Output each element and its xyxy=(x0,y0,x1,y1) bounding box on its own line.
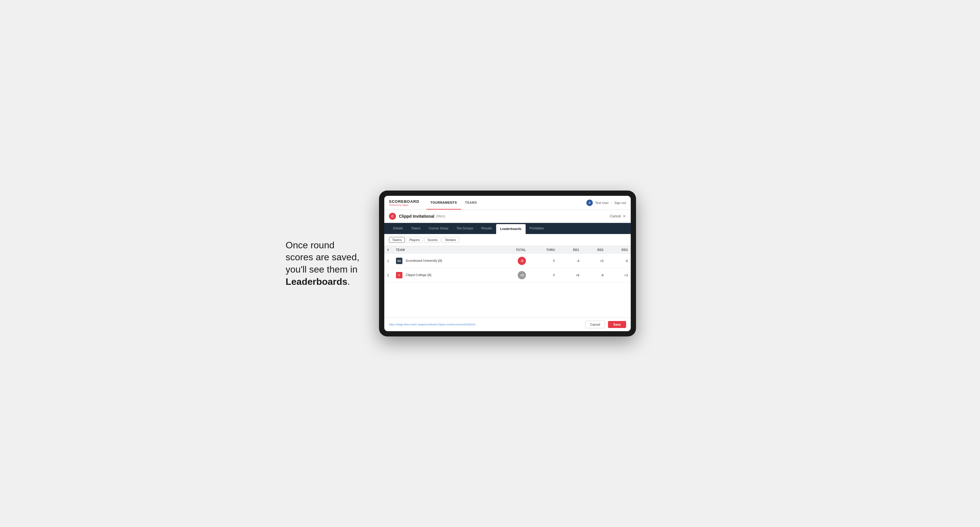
user-name: Test User xyxy=(595,201,609,205)
thru-cell-2: F xyxy=(529,268,558,283)
close-icon[interactable]: ✕ xyxy=(622,214,626,219)
tab-teams[interactable]: Teams xyxy=(407,223,425,234)
tablet-device: SCOREBOARD Powered by clippd TOURNAMENTS… xyxy=(379,190,636,337)
nav-right: S Test User | Sign out xyxy=(586,200,626,206)
rd2-cell-2: -8 xyxy=(582,268,606,283)
sidebar-text-bold: Leaderboards xyxy=(286,276,347,287)
filter-bar: Teams Players Scores Strokes xyxy=(384,234,631,246)
col-total: TOTAL xyxy=(497,246,529,254)
rd3-cell-2: +3 xyxy=(606,268,631,283)
table-header-row: # TEAM TOTAL THRU RD1 RD2 RD3 xyxy=(384,246,631,254)
total-cell-2: +3 xyxy=(497,268,529,283)
team-name-2: Clippd College [A] xyxy=(406,273,431,277)
col-rd2: RD2 xyxy=(582,246,606,254)
rd1-cell-2: +8 xyxy=(558,268,582,283)
user-avatar: S xyxy=(586,200,593,206)
table-row: 1 SU Scoreboard University [A] -5 F -4 +… xyxy=(384,254,631,268)
tournament-header: C Clippd Invitational (Men) Cancel ✕ xyxy=(384,210,631,223)
rank-2: 2 xyxy=(384,268,393,283)
leaderboard-table: # TEAM TOTAL THRU RD1 RD2 RD3 1 xyxy=(384,246,631,283)
table-header: # TEAM TOTAL THRU RD1 RD2 RD3 xyxy=(384,246,631,254)
score-badge-1: -5 xyxy=(518,257,526,265)
sidebar-text-part1: Once round scores are saved, you'll see … xyxy=(286,240,360,275)
rank-1: 1 xyxy=(384,254,393,268)
rd3-cell-1: -6 xyxy=(606,254,631,268)
top-navigation: SCOREBOARD Powered by clippd TOURNAMENTS… xyxy=(384,196,631,210)
team-logo-1: SU xyxy=(396,258,402,264)
content-spacer xyxy=(384,283,631,317)
col-team: TEAM xyxy=(393,246,497,254)
total-cell-1: -5 xyxy=(497,254,529,268)
filter-strokes[interactable]: Strokes xyxy=(442,237,459,243)
team-name-1: Scoreboard University [A] xyxy=(406,259,442,262)
filter-scores[interactable]: Scores xyxy=(424,237,441,243)
logo-area: SCOREBOARD Powered by clippd xyxy=(389,199,419,206)
tab-printables[interactable]: Printables xyxy=(526,223,548,234)
nav-divider: | xyxy=(611,201,612,205)
tab-leaderboards[interactable]: Leaderboards xyxy=(496,224,526,234)
sign-out-link[interactable]: Sign out xyxy=(614,201,626,205)
tablet-screen: SCOREBOARD Powered by clippd TOURNAMENTS… xyxy=(384,196,631,331)
tab-details[interactable]: Details xyxy=(389,223,407,234)
cancel-top-label: Cancel xyxy=(610,214,621,218)
footer-bar: https://stage-blue-coach.stagescoreboard… xyxy=(384,317,631,331)
save-button[interactable]: Save xyxy=(608,321,626,328)
score-badge-2: +3 xyxy=(518,271,526,279)
col-rd3: RD3 xyxy=(606,246,631,254)
sidebar-text-end: . xyxy=(347,276,350,287)
leaderboard-table-wrapper: # TEAM TOTAL THRU RD1 RD2 RD3 1 xyxy=(384,246,631,283)
sidebar-description: Once round scores are saved, you'll see … xyxy=(286,239,361,288)
tournament-gender: (Men) xyxy=(436,214,445,218)
rd1-cell-1: -4 xyxy=(558,254,582,268)
nav-link-tournaments[interactable]: TOURNAMENTS xyxy=(426,196,461,210)
logo-subtitle-pre: Powered by xyxy=(389,204,402,206)
logo-title: SCOREBOARD xyxy=(389,199,419,204)
thru-cell-1: F xyxy=(529,254,558,268)
tournament-icon: C xyxy=(389,213,396,220)
footer-url: https://stage-blue-coach.stagescoreboard… xyxy=(389,323,476,326)
filter-players[interactable]: Players xyxy=(406,237,423,243)
table-row: 2 C Clippd College [A] +3 F +8 -8 +3 xyxy=(384,268,631,283)
team-cell-2: C Clippd College [A] xyxy=(393,268,497,283)
tab-results[interactable]: Results xyxy=(477,223,496,234)
cancel-button[interactable]: Cancel xyxy=(585,321,605,328)
tab-bar: Details Teams Course Setup Tee Groups Re… xyxy=(384,223,631,234)
page-wrapper: Once round scores are saved, you'll see … xyxy=(286,190,694,337)
cancel-top-button[interactable]: Cancel ✕ xyxy=(610,214,626,219)
tab-course-setup[interactable]: Course Setup xyxy=(425,223,452,234)
logo-brand: clippd xyxy=(402,204,408,206)
col-rank: # xyxy=(384,246,393,254)
logo-subtitle: Powered by clippd xyxy=(389,204,419,206)
team-cell-1: SU Scoreboard University [A] xyxy=(393,254,497,268)
nav-links: TOURNAMENTS TEAMS xyxy=(426,196,481,210)
tab-tee-groups[interactable]: Tee Groups xyxy=(452,223,477,234)
rd2-cell-1: +5 xyxy=(582,254,606,268)
col-thru: THRU xyxy=(529,246,558,254)
filter-teams[interactable]: Teams xyxy=(389,237,405,243)
col-rd1: RD1 xyxy=(558,246,582,254)
tournament-name: Clippd Invitational xyxy=(399,214,434,219)
team-logo-2: C xyxy=(396,272,402,278)
table-body: 1 SU Scoreboard University [A] -5 F -4 +… xyxy=(384,254,631,283)
nav-link-teams[interactable]: TEAMS xyxy=(461,196,481,210)
